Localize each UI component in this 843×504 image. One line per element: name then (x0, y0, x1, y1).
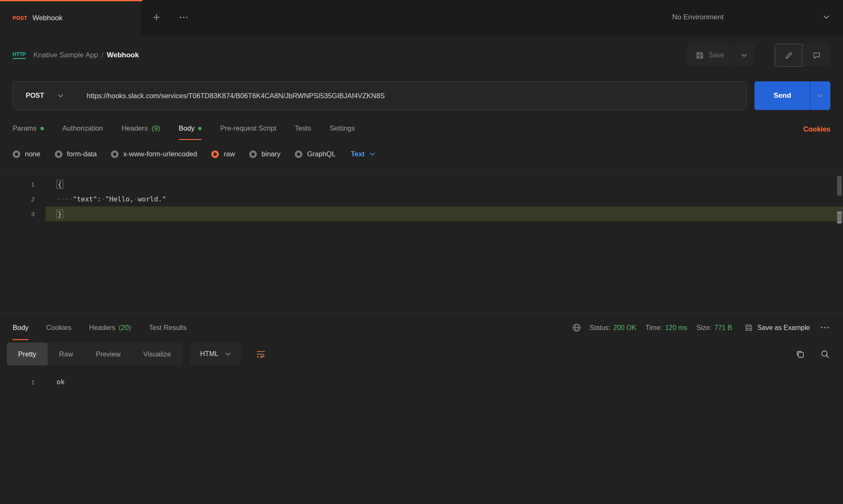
language-selector[interactable]: Text (351, 150, 375, 158)
response-view-pretty[interactable]: Pretty (7, 343, 48, 365)
code-line[interactable]: 1{ (0, 177, 843, 192)
request-tabs-row: ParamsAuthorizationHeaders(9)BodyPre-req… (0, 117, 843, 140)
breadcrumb-collection[interactable]: Knative Sample App (33, 51, 98, 59)
tab-bar-spacer (198, 0, 658, 35)
scrollbar-thumb[interactable] (837, 176, 842, 196)
save-icon (696, 51, 704, 59)
chevron-down-icon (741, 54, 747, 57)
method-selector[interactable]: POST (13, 82, 76, 110)
modified-dot (198, 127, 202, 130)
request-tab-headers[interactable]: Headers(9) (121, 117, 160, 140)
response-view-preview[interactable]: Preview (84, 343, 132, 365)
response-tab-cookies[interactable]: Cookies (46, 314, 72, 340)
save-icon (745, 324, 753, 332)
tab-label: Settings (330, 124, 355, 132)
response-view-visualize[interactable]: Visualize (132, 343, 183, 365)
radio-label: none (25, 150, 40, 158)
radio-icon (13, 150, 20, 158)
radio-label: binary (261, 150, 280, 158)
line-number: 1 (0, 378, 46, 386)
request-tab-tests[interactable]: Tests (295, 117, 311, 140)
line-content: ok (46, 378, 65, 386)
request-header: HTTP Knative Sample App / Webhook Save (0, 35, 843, 75)
response-format-selector[interactable]: HTML (190, 343, 241, 365)
request-body-editor[interactable]: 1{2····"text":·"Hello,·world."3} (0, 172, 843, 313)
comments-button[interactable] (803, 44, 830, 67)
time-value: 120 ms (665, 324, 687, 332)
code-line[interactable]: 2····"text":·"Hello,·world." (0, 192, 843, 206)
tab-count: (9) (152, 124, 160, 132)
format-label: HTML (200, 350, 219, 358)
response-toolbar-right (796, 350, 836, 359)
chevron-down-icon (225, 352, 231, 356)
send-options-button[interactable] (810, 81, 830, 110)
size-label: Size: (696, 324, 711, 332)
editor-scrollbar[interactable] (837, 176, 842, 310)
time-label: Time: (646, 324, 662, 332)
response-tab-body[interactable]: Body (13, 314, 29, 340)
tab-method-badge: POST (13, 15, 27, 21)
send-button-group: Send (754, 81, 830, 110)
radio-label: GraphQL (307, 150, 336, 158)
method-label: POST (26, 92, 44, 99)
save-label: Save (709, 51, 724, 59)
plus-icon: + (153, 11, 160, 24)
response-tab-test-results[interactable]: Test Results (149, 314, 187, 340)
breadcrumb-separator: / (101, 51, 103, 59)
size-value: 771 B (714, 324, 732, 332)
breadcrumb-request-name[interactable]: Webhook (107, 51, 139, 59)
copy-response-button[interactable] (796, 350, 805, 359)
request-tab-authorization[interactable]: Authorization (62, 117, 103, 140)
body-type-row: noneform-datax-www-form-urlencodedrawbin… (0, 150, 843, 158)
response-body[interactable]: 1ok (0, 375, 843, 389)
scrollbar-cursor-mark (837, 212, 842, 223)
radio-icon (55, 150, 62, 158)
url-input[interactable]: https://hooks.slack.com/services/T06TD83… (76, 92, 746, 100)
request-tab-pre-request-script[interactable]: Pre-request Script (220, 117, 276, 140)
tab-bar: POST Webhook + ••• No Environment (0, 0, 843, 35)
tab-label: Pre-request Script (220, 124, 276, 132)
line-content: } (46, 210, 63, 218)
tab-label: Test Results (149, 324, 187, 332)
body-type-form-data[interactable]: form-data (55, 150, 97, 158)
response-options-button[interactable]: ••• (821, 324, 830, 331)
edit-comment-group (775, 44, 830, 67)
editor-lines: 1{2····"text":·"Hello,·world."3} (0, 177, 843, 221)
response-view-raw[interactable]: Raw (48, 343, 84, 365)
response-tab-headers[interactable]: Headers(20) (89, 314, 131, 340)
body-type-graphql[interactable]: GraphQL (295, 150, 336, 158)
cookies-link[interactable]: Cookies (803, 125, 830, 140)
body-type-binary[interactable]: binary (249, 150, 280, 158)
response-header: BodyCookiesHeaders(20)Test Results Statu… (0, 314, 843, 340)
chevron-down-icon (370, 153, 375, 156)
body-type-raw[interactable]: raw (211, 150, 235, 158)
new-tab-button[interactable]: + (143, 0, 170, 35)
body-type-none[interactable]: none (13, 150, 40, 158)
radio-label: form-data (67, 150, 97, 158)
network-globe-icon[interactable] (572, 323, 582, 332)
request-tab-settings[interactable]: Settings (330, 117, 355, 140)
open-request-tab[interactable]: POST Webhook (0, 0, 143, 35)
request-tab-params[interactable]: Params (13, 117, 44, 140)
request-tab-body[interactable]: Body (179, 117, 202, 140)
save-button[interactable]: Save (687, 44, 733, 67)
radio-icon (295, 150, 302, 158)
send-button[interactable]: Send (754, 81, 810, 110)
response-lines: 1ok (0, 375, 843, 389)
response-line[interactable]: 1ok (0, 375, 843, 389)
search-response-button[interactable] (821, 350, 830, 359)
edit-request-button[interactable] (775, 44, 803, 67)
body-type-x-www-form-urlencoded[interactable]: x-www-form-urlencoded (111, 150, 197, 158)
response-pane: BodyCookiesHeaders(20)Test Results Statu… (0, 313, 843, 504)
send-label: Send (773, 91, 791, 100)
request-tabs: ParamsAuthorizationHeaders(9)BodyPre-req… (13, 117, 355, 140)
tab-options-button[interactable]: ••• (170, 0, 198, 35)
save-as-example-button[interactable]: Save as Example (745, 324, 810, 332)
save-options-button[interactable] (733, 44, 754, 67)
code-line[interactable]: 3} (0, 206, 843, 221)
wrap-lines-button[interactable] (248, 343, 273, 365)
language-label: Text (351, 150, 365, 158)
environment-selector[interactable]: No Environment (658, 0, 843, 35)
request-header-actions: Save (687, 44, 830, 67)
radio-label: x-www-form-urlencoded (123, 150, 197, 158)
